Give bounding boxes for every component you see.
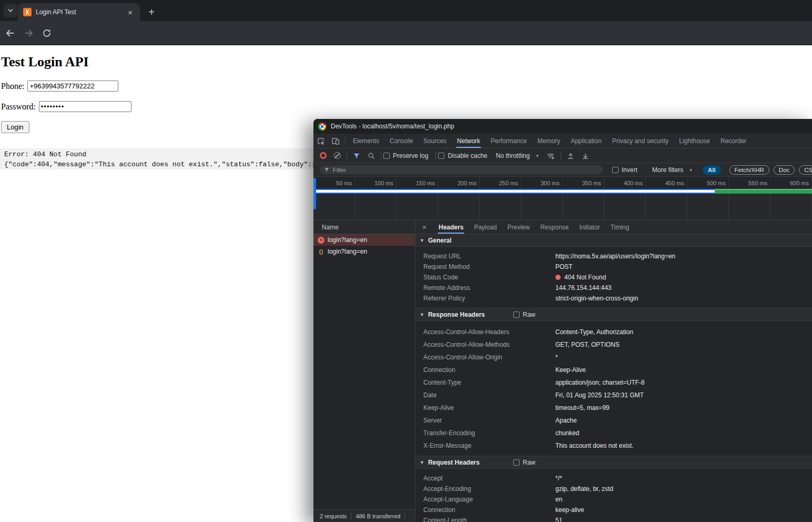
detail-tab-payload[interactable]: Payload	[469, 220, 502, 234]
request-row-failed[interactable]: × login?lang=en	[313, 234, 415, 246]
back-button[interactable]	[4, 27, 16, 39]
filter-chip-doc[interactable]: Doc	[774, 165, 795, 175]
filter-chip-fetch-xhr[interactable]: Fetch/XHR	[729, 165, 769, 175]
header-key: Accept-Language	[423, 496, 555, 503]
tab-title: Login API Test	[36, 8, 126, 16]
header-key: Remote Address	[423, 284, 555, 292]
request-raw-toggle[interactable]: Raw	[513, 459, 535, 466]
more-filters-button[interactable]: More filters	[652, 166, 683, 174]
response-raw-toggle[interactable]: Raw	[513, 311, 535, 318]
new-tab-button[interactable]: +	[144, 5, 159, 19]
record-network-log-button[interactable]	[320, 152, 327, 159]
raw-checkbox[interactable]	[513, 459, 520, 466]
general-section-header[interactable]: ▼ General	[415, 234, 812, 247]
timeline-grid-cell	[729, 194, 770, 220]
browser-tab[interactable]: X Login API Test ×	[18, 3, 140, 21]
toolbar-divider	[561, 152, 561, 160]
network-toolbar: Preserve log Disable cache No throttling…	[313, 148, 812, 163]
header-row: Remote Address 144.76.154.144:443	[415, 283, 812, 293]
timeline-grid-cell	[313, 194, 355, 220]
tab-application[interactable]: Application	[565, 134, 607, 148]
request-headers-body: Accept */* Accept-Encoding gzip, deflate…	[415, 469, 812, 522]
detail-tab-initiator[interactable]: Initiator	[574, 220, 605, 234]
filter-chip-css[interactable]: CSS	[799, 165, 812, 175]
device-toolbar-button[interactable]	[328, 134, 343, 148]
timeline-grid-cell	[563, 194, 604, 220]
request-detail-panel: × Headers Payload Preview Response Initi…	[415, 220, 812, 522]
network-conditions-button[interactable]	[546, 152, 555, 160]
timeline-ruler[interactable]: 50 ms 100 ms 150 ms 200 ms 250 ms 300 ms…	[313, 177, 812, 189]
forward-button[interactable]	[23, 27, 35, 39]
tab-lighthouse[interactable]: Lighthouse	[674, 134, 715, 148]
requests-column: Name × login?lang=en {} login?lang=en 2 …	[313, 220, 415, 522]
header-key: Transfer-Encoding	[423, 429, 555, 437]
header-value: 51	[555, 517, 562, 522]
password-input[interactable]	[39, 101, 131, 112]
inspect-element-button[interactable]	[313, 134, 328, 148]
network-main-area: Name × login?lang=en {} login?lang=en 2 …	[313, 220, 812, 522]
filter-toggle-button[interactable]	[353, 152, 360, 159]
search-button[interactable]	[368, 152, 375, 159]
timeline-grid-cell	[438, 194, 480, 220]
disable-cache-checkbox[interactable]	[438, 153, 444, 159]
header-row: Date Fri, 01 Aug 2025 12:50:31 GMT	[415, 389, 812, 401]
detail-tab-timing[interactable]: Timing	[605, 220, 635, 234]
timeline-grid-cell	[770, 194, 812, 220]
tab-sources[interactable]: Sources	[418, 134, 452, 148]
tab-console[interactable]: Console	[384, 134, 418, 148]
timeline-range-handle[interactable]	[313, 178, 316, 209]
request-headers-section-header[interactable]: ▼ Request Headers Raw	[415, 456, 812, 469]
close-detail-panel-button[interactable]: ×	[415, 220, 433, 234]
header-key: Accept-Encoding	[423, 485, 555, 493]
invert-checkbox[interactable]	[612, 167, 618, 173]
general-section-body: Request URL https://noma.5v.ae/api/users…	[415, 247, 812, 308]
filter-input[interactable]	[333, 167, 598, 173]
request-name: login?lang=en	[328, 248, 367, 255]
clear-network-log-button[interactable]	[334, 152, 341, 159]
network-overview-track[interactable]	[313, 189, 812, 194]
detail-tab-response[interactable]: Response	[535, 220, 574, 234]
detail-tab-headers[interactable]: Headers	[433, 220, 469, 234]
overview-green-bar	[715, 189, 812, 194]
tab-elements[interactable]: Elements	[348, 134, 384, 148]
header-key: X-Error-Message	[423, 442, 555, 449]
export-har-button[interactable]	[582, 152, 589, 159]
forward-arrow-icon	[24, 28, 34, 38]
header-key: Referrer Policy	[423, 295, 555, 302]
request-row-preflight[interactable]: {} login?lang=en	[313, 246, 415, 257]
throttling-select[interactable]: No throttling	[496, 152, 530, 159]
toolbar-divider	[347, 152, 347, 160]
timeline-grid-cell	[355, 194, 397, 220]
tab-memory[interactable]: Memory	[532, 134, 565, 148]
import-har-button[interactable]	[567, 152, 574, 159]
header-row: Request Method POST	[415, 262, 812, 272]
header-row: Access-Control-Allow-Methods GET, POST, …	[415, 338, 812, 351]
header-value: This account does not exist.	[555, 442, 634, 449]
header-row: Status Code 404 Not Found	[415, 272, 812, 283]
tab-search-chevron-button[interactable]	[4, 4, 17, 17]
tab-close-icon[interactable]: ×	[126, 7, 135, 17]
header-key: Status Code	[423, 274, 555, 281]
header-row: Access-Control-Allow-Headers Content-Typ…	[415, 326, 812, 338]
phone-input[interactable]	[27, 81, 118, 92]
header-key: Access-Control-Allow-Origin	[423, 354, 555, 361]
requests-column-header[interactable]: Name	[313, 220, 415, 234]
tab-network[interactable]: Network	[452, 134, 485, 148]
tab-recorder[interactable]: Recorder	[715, 134, 752, 148]
password-label: Password:	[1, 102, 36, 112]
login-button[interactable]: Login	[1, 121, 29, 133]
filter-input-pill[interactable]	[320, 165, 603, 174]
raw-checkbox[interactable]	[513, 312, 520, 318]
response-headers-section-header[interactable]: ▼ Response Headers Raw	[415, 308, 812, 321]
tab-privacy-and-security[interactable]: Privacy and security	[607, 134, 674, 148]
timeline-grid-cell	[521, 194, 563, 220]
filter-chip-all[interactable]: All	[703, 165, 721, 175]
overview-selected-range-bar[interactable]	[316, 189, 715, 194]
reload-button[interactable]	[41, 27, 53, 39]
detail-tab-preview[interactable]: Preview	[502, 220, 535, 234]
preserve-log-checkbox[interactable]	[383, 153, 390, 159]
timeline-grid-cell	[604, 194, 646, 220]
tab-performance[interactable]: Performance	[485, 134, 532, 148]
reload-icon	[42, 28, 52, 38]
devtools-titlebar[interactable]: DevTools - localhost/5v/noma/test_login.…	[313, 119, 812, 134]
